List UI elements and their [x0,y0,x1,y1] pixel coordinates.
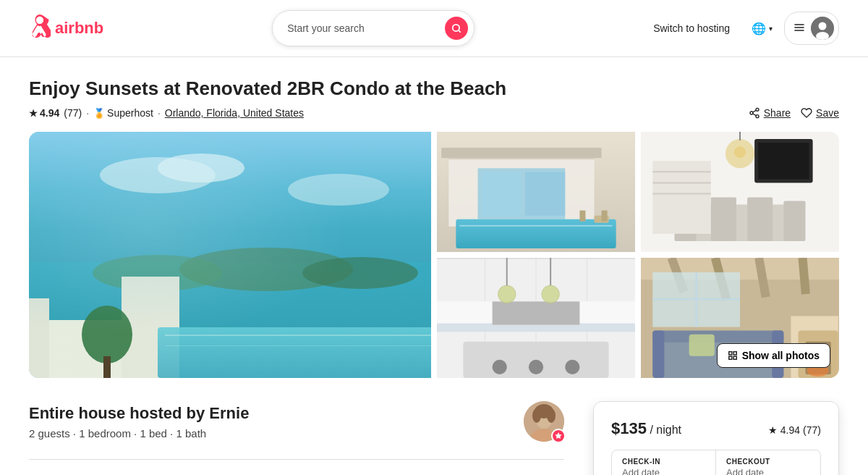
card-rating: ★ 4.94 (77) [768,424,821,436]
star-icon: ★ [29,108,38,119]
search-bar[interactable]: Start your search [272,10,475,46]
svg-rect-46 [711,198,736,241]
save-button[interactable]: Save [801,107,839,119]
logo[interactable]: airbnb [29,14,103,43]
svg-point-71 [498,285,516,303]
superhost-label: Superhost [107,107,153,119]
svg-rect-34 [525,172,565,215]
svg-rect-13 [29,132,431,277]
svg-point-27 [82,306,132,363]
svg-rect-22 [29,298,49,378]
svg-rect-99 [733,352,736,355]
listing-title: Enjoy Sunsets at Renovated 2BR Condo at … [29,77,839,100]
price-display: $135 / night [611,419,681,438]
main-content: Enjoy Sunsets at Renovated 2BR Condo at … [0,57,868,475]
menu-button[interactable] [784,12,839,45]
photo-main[interactable] [29,132,431,378]
photo-top-left[interactable] [437,132,635,252]
nav-right: Switch to hosting 🌐 ▾ [643,12,839,45]
checkout-cell[interactable]: CHECKOUT Add date [716,450,820,475]
svg-point-17 [288,174,389,206]
show-all-photos-label: Show all photos [742,350,820,361]
svg-point-57 [734,146,746,158]
user-avatar [811,17,834,40]
svg-rect-87 [652,331,783,342]
host-title: Entire house hosted by Ernie [29,404,249,423]
svg-point-77 [529,360,543,374]
svg-rect-40 [602,211,608,222]
photo-bottom-left[interactable] [437,258,635,378]
svg-rect-101 [733,356,736,359]
svg-line-1 [459,30,461,33]
svg-rect-35 [441,148,601,158]
checkout-value: Add date [726,467,810,475]
photo-grid-container: Show all photos [29,132,839,378]
price-row: $135 / night ★ 4.94 (77) [611,419,821,438]
grid-icon [728,350,738,361]
checkin-label: CHECK-IN [622,458,705,466]
svg-rect-14 [29,262,431,378]
svg-rect-39 [579,211,585,222]
booking-card: $135 / night ★ 4.94 (77) CHECK-IN Add da… [593,401,839,475]
svg-rect-21 [29,320,158,378]
location-link[interactable]: Orlando, Florida, United States [165,107,304,119]
svg-rect-25 [165,335,431,336]
svg-point-15 [100,157,216,193]
svg-point-18 [179,248,353,291]
svg-rect-24 [158,327,431,378]
svg-point-78 [565,360,579,374]
svg-rect-28 [103,356,111,378]
rating: ★ 4.94 [29,107,59,119]
share-button[interactable]: Share [749,107,791,119]
bottom-section: Entire house hosted by Ernie 2 guests · … [29,401,839,475]
checkin-value: Add date [622,467,705,475]
meta-right: Share Save [749,107,839,119]
save-label: Save [816,107,839,119]
globe-icon: 🌐 [752,22,766,35]
photo-bottom-right[interactable]: Show all photos [641,258,839,378]
listing-meta: ★ 4.94 (77) · 🏅 Superhost · Orlando, Flo… [29,107,839,119]
dot-separator-2: · [158,107,161,119]
card-rating-value: 4.94 [780,424,800,436]
photo-top-right[interactable] [641,132,839,252]
switch-hosting-button[interactable]: Switch to hosting [643,15,740,41]
svg-rect-36 [456,219,616,248]
date-row[interactable]: CHECK-IN Add date CHECKOUT Add date [611,450,821,475]
host-avatar-container [524,401,564,442]
superhost-badge: 🏅 Superhost [93,107,153,119]
svg-rect-52 [758,143,809,179]
airbnb-logo-icon [29,14,51,43]
svg-point-19 [302,257,418,289]
svg-rect-98 [728,352,731,355]
checkout-label: CHECKOUT [726,458,810,466]
photo-grid: Show all photos [29,132,839,378]
share-label: Share [764,107,791,119]
globe-button[interactable]: 🌐 ▾ [746,16,778,41]
price-value: $135 [611,419,647,437]
svg-rect-26 [165,345,431,346]
svg-rect-37 [459,225,612,227]
checkin-cell[interactable]: CHECK-IN Add date [612,450,716,475]
chevron-down-icon: ▾ [769,25,773,33]
card-review-count: (77) [803,424,821,436]
svg-rect-70 [493,301,580,324]
search-text: Start your search [287,22,438,34]
show-all-photos-button[interactable]: Show all photos [717,343,830,368]
svg-point-105 [532,408,541,423]
svg-point-16 [158,154,244,182]
svg-point-76 [493,360,507,374]
meta-left: ★ 4.94 (77) · 🏅 Superhost · Orlando, Flo… [29,107,304,119]
search-button[interactable] [445,17,468,40]
svg-rect-100 [728,356,731,359]
svg-point-20 [93,255,223,291]
heart-icon [801,107,812,119]
photo-grid-right: Show all photos [437,132,839,378]
logo-text: airbnb [55,19,103,38]
svg-point-6 [818,22,826,30]
card-star-icon: ★ [768,424,778,436]
rating-value: 4.94 [40,107,59,119]
hamburger-icon [793,22,805,35]
svg-point-72 [542,285,559,303]
superhost-star-badge [551,429,566,443]
share-icon [749,107,760,119]
